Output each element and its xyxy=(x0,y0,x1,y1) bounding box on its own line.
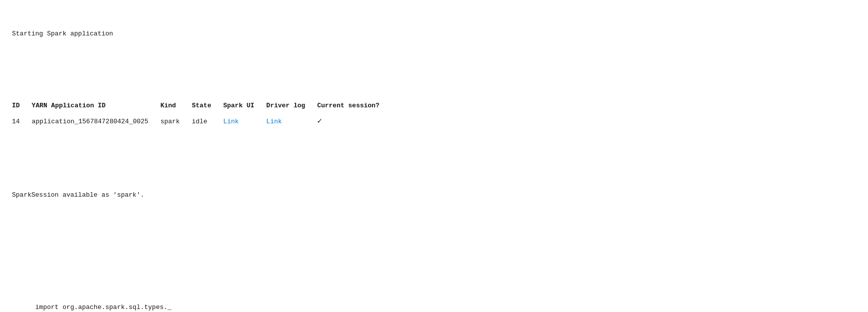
code-block: import org.apache.spark.sql.types._ <ser… xyxy=(12,292,856,312)
col-header-kind: Kind xyxy=(161,99,192,113)
col-header-current-session: Current session? xyxy=(317,99,391,113)
cell-state: idle xyxy=(192,113,223,130)
col-header-id: ID xyxy=(12,99,32,113)
code-section: import org.apache.spark.sql.types._ <ser… xyxy=(12,271,856,312)
cell-current-session: ✓ xyxy=(317,113,391,130)
session-table-container: ID YARN Application ID Kind State Spark … xyxy=(12,78,856,151)
cell-yarn-app-id: application_1567847280424_0025 xyxy=(32,113,161,130)
col-header-spark-ui: Spark UI xyxy=(223,99,266,113)
col-header-yarn-app-id: YARN Application ID xyxy=(32,99,161,113)
session-table: ID YARN Application ID Kind State Spark … xyxy=(12,99,391,130)
col-header-driver-log: Driver log xyxy=(266,99,317,113)
starting-line: Starting Spark application xyxy=(12,29,856,39)
cell-id: 14 xyxy=(12,113,32,130)
sparksession-line: SparkSession available as 'spark'. xyxy=(12,190,856,201)
cell-spark-ui[interactable]: Link xyxy=(223,113,266,130)
code-line-1: import org.apache.spark.sql.types._ xyxy=(35,304,172,311)
col-header-state: State xyxy=(192,99,223,113)
cell-driver-log[interactable]: Link xyxy=(266,113,317,130)
cell-kind: spark xyxy=(161,113,192,130)
table-row: 14 application_1567847280424_0025 spark … xyxy=(12,113,391,130)
